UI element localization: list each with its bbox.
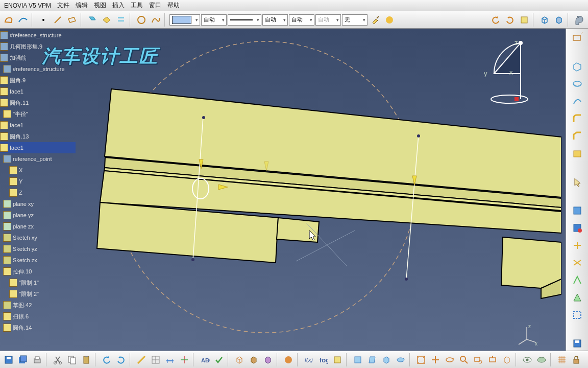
box-view-2-icon[interactable] [552, 13, 566, 27]
tree-item[interactable]: face1 [0, 86, 76, 97]
tree-item[interactable]: plane yz [0, 210, 76, 221]
undo-bottom-icon[interactable] [100, 353, 113, 366]
fit-all-icon[interactable] [414, 353, 428, 366]
undo-icon[interactable] [489, 13, 502, 27]
tree-item[interactable]: 圆角.11 [0, 97, 76, 108]
view-iso-icon[interactable] [380, 353, 393, 366]
render-dropdown-1[interactable]: 自动 [262, 14, 288, 26]
project-tool-icon[interactable] [86, 13, 99, 27]
save-all-icon[interactable] [16, 353, 30, 366]
hide-show-icon[interactable] [521, 353, 534, 366]
cursor-icon[interactable] [570, 175, 585, 189]
paint-tool-icon[interactable] [369, 13, 382, 27]
tree-item[interactable]: plane xy [0, 198, 76, 210]
lineweight-dropdown[interactable]: 自动 [201, 14, 227, 26]
tree-item[interactable]: Sketch xy [0, 232, 76, 243]
menu-insert[interactable]: 插入 [109, 1, 128, 10]
color-dropdown[interactable] [169, 14, 200, 26]
workbench-icon[interactable] [573, 13, 586, 27]
view-side-icon[interactable] [365, 353, 379, 366]
look-at-icon[interactable] [500, 353, 513, 366]
shape-tool-2-icon[interactable] [16, 13, 30, 27]
view-compass[interactable]: z y x [480, 35, 531, 101]
view-top-icon[interactable] [394, 353, 407, 366]
zoom-window-icon[interactable] [472, 353, 485, 366]
viewport-3d[interactable]: 汽车设计工匠 #reference_structure几何图形集.9加强筋#re… [0, 29, 566, 351]
tree-item[interactable]: Sketch zx [0, 255, 76, 266]
box-view-1-icon[interactable] [538, 13, 551, 27]
layer-dropdown[interactable]: 无 [342, 14, 368, 26]
sweep-icon[interactable] [570, 94, 585, 108]
menu-view[interactable]: 视图 [91, 1, 109, 10]
view-front-icon[interactable] [351, 353, 364, 366]
tree-item[interactable]: #reference_structure [0, 30, 76, 41]
render-wire-icon[interactable] [233, 353, 246, 366]
feature-tree[interactable]: #reference_structure几何图形集.9加强筋#reference… [0, 29, 76, 351]
menu-help[interactable]: 帮助 [164, 1, 183, 10]
split-icon[interactable] [570, 238, 585, 252]
swap-visible-icon[interactable] [535, 353, 548, 366]
render-dropdown-3[interactable]: 自动 [315, 14, 341, 26]
fillet-yellow-icon[interactable] [570, 111, 585, 126]
tree-item[interactable]: 拉伸.10 [0, 266, 76, 277]
material-tool-icon[interactable] [383, 13, 396, 27]
render-dropdown-2[interactable]: 自动 [289, 14, 314, 26]
line-tool-icon[interactable] [51, 13, 64, 27]
extract2-icon[interactable] [570, 290, 585, 305]
menu-window[interactable]: 窗口 [146, 1, 164, 10]
revolve-icon[interactable] [570, 77, 585, 91]
shell-yellow-icon[interactable] [570, 146, 585, 160]
point-tool-icon[interactable] [37, 13, 50, 27]
tree-item[interactable]: "半径" [0, 108, 76, 120]
tree-item[interactable]: 圆角.9 [0, 75, 76, 86]
grid-display-icon[interactable] [555, 353, 569, 366]
knowledge-icon[interactable] [331, 353, 344, 366]
tree-item[interactable]: Y [0, 176, 76, 187]
tree-item[interactable]: 圆角.14 [0, 322, 76, 333]
zoom-icon[interactable] [457, 353, 471, 366]
tree-item[interactable]: face1 [0, 120, 76, 131]
pan-icon[interactable] [429, 353, 442, 366]
linestyle-dropdown[interactable] [228, 14, 261, 26]
tree-item[interactable]: 扫掠.6 [0, 311, 76, 322]
tree-item[interactable]: face1 [0, 142, 76, 153]
tree-item[interactable]: plane zx [0, 221, 76, 232]
extract-icon[interactable] [570, 273, 585, 287]
normal-view-icon[interactable] [486, 353, 499, 366]
pad-icon[interactable] [570, 59, 585, 74]
tree-item[interactable]: Sketch yz [0, 243, 76, 255]
chamfer-yellow-icon[interactable] [570, 129, 585, 143]
menu-edit[interactable]: 编辑 [72, 1, 91, 10]
print-icon[interactable] [31, 353, 44, 366]
dim-icon[interactable] [163, 353, 177, 366]
tree-item[interactable]: Z [0, 187, 76, 198]
render-shade-icon[interactable] [247, 353, 260, 366]
cut-icon[interactable] [51, 353, 64, 366]
heal-icon[interactable] [570, 203, 585, 218]
save-icon[interactable] [2, 353, 15, 366]
view-lock-icon[interactable] [570, 353, 583, 366]
save-mgmt-icon[interactable] [570, 336, 585, 351]
history-icon[interactable] [518, 13, 531, 27]
menu-tools[interactable]: 工具 [128, 1, 146, 10]
circle-tool-icon[interactable] [135, 13, 148, 27]
render-hlr-icon[interactable] [261, 353, 275, 366]
intersect-tool-icon[interactable] [100, 13, 113, 27]
tree-item[interactable]: X [0, 165, 76, 176]
axis-icon[interactable] [178, 353, 191, 366]
grid-icon[interactable] [149, 353, 162, 366]
plane-tool-icon[interactable] [65, 13, 79, 27]
copy-icon[interactable] [65, 353, 79, 366]
tree-item[interactable]: reference_point [0, 153, 76, 165]
shape-tool-1-icon[interactable] [2, 13, 15, 27]
tree-item[interactable]: "限制 1" [0, 277, 76, 288]
apply-material-icon[interactable] [282, 353, 295, 366]
formula-icon[interactable]: fog [316, 353, 330, 366]
menu-file[interactable]: 文件 [54, 1, 72, 10]
check-icon[interactable] [212, 353, 226, 366]
spline-tool-icon[interactable] [149, 13, 162, 27]
tree-item[interactable]: "限制 2" [0, 288, 76, 300]
fx-icon[interactable]: f(x) [302, 353, 315, 366]
tree-item[interactable]: 圆角.13 [0, 131, 76, 142]
offset-tool-icon[interactable] [114, 13, 128, 27]
